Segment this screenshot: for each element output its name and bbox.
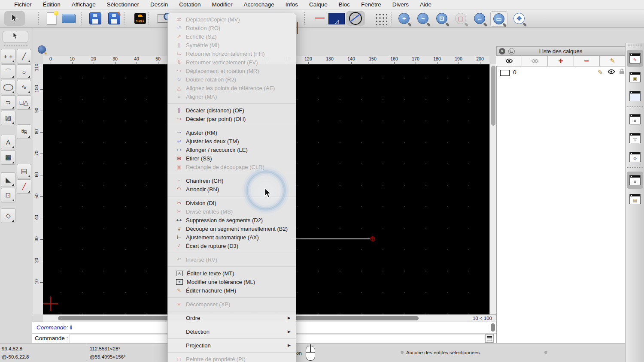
menu-item-etirer-ss[interactable]: ⊞Etirer (SS) [168, 154, 296, 163]
flip-vertical-icon: ⇅ [175, 59, 183, 65]
arc-tools-button[interactable]: ⌒ [1, 64, 15, 79]
solid-tools-button[interactable]: ◇ [1, 208, 15, 223]
spline-tools-button[interactable]: ∿ [17, 80, 31, 94]
open-file-button[interactable] [60, 11, 77, 26]
panel-title-bar[interactable]: × Liste des calques [496, 46, 625, 56]
menu-item-ordre[interactable]: Ordre▶ [168, 314, 296, 322]
command-line-panel-button[interactable]: ≡ [627, 172, 643, 189]
window-zoom-button[interactable]: ▭ [490, 11, 507, 27]
misc-draw-tools-button[interactable]: ◣ [1, 172, 15, 187]
line-tools-button[interactable]: ╱ [17, 49, 31, 63]
circle-line-tool-button[interactable] [346, 11, 365, 26]
menu-item-ajuster-rm[interactable]: ⇀Ajuster (RM) [168, 128, 296, 137]
select-arrow-button[interactable] [4, 11, 25, 26]
view-list-panel-button[interactable]: ≡ [627, 111, 643, 128]
menubar-item-dessin[interactable]: Dessin [145, 0, 173, 9]
status-dot-icon [401, 351, 404, 354]
auto-zoom-button[interactable]: ⊡ [434, 11, 450, 26]
dimension-tools-button[interactable]: ↹ [17, 124, 31, 139]
menu-item-allonger-raccourcir-le[interactable]: ↦Allonger / raccourcir (LE) [168, 145, 296, 154]
menubar-item-fenetre[interactable]: Fenêtre [355, 0, 387, 9]
menu-separator [168, 352, 296, 353]
menu-item-projection[interactable]: Projection▶ [168, 341, 296, 350]
command-history-value: li [68, 324, 73, 331]
menubar-item-divers[interactable]: Divers [387, 0, 414, 9]
block-list-panel-button[interactable]: ▣ [627, 69, 643, 86]
edit-layer-button[interactable]: ✎ [600, 56, 625, 66]
edit-layer-icon[interactable]: ✎ [598, 69, 603, 76]
layer-row[interactable]: 0 ✎ [497, 67, 626, 78]
menu-item-decaler-par-point-oh[interactable]: ⇝Décaler (par point) (OH) [168, 115, 296, 123]
svg-export-button[interactable]: SVG [131, 11, 149, 26]
save-as-button[interactable]: ✎ [106, 11, 123, 26]
menubar-item-aide[interactable]: Aide [414, 0, 437, 9]
circle-tools-button[interactable]: ○ [17, 64, 31, 79]
new-file-button[interactable] [43, 11, 60, 26]
drag-handle[interactable] [628, 45, 642, 47]
menu-item-label: Décaler (distance) (OF) [186, 107, 244, 114]
circle-tools-icon: ○ [22, 68, 26, 75]
canvas-vertical-scrollbar[interactable] [489, 64, 496, 314]
menubar-item-selectionner[interactable]: Sélectionner [101, 0, 145, 9]
clipboard-panel-button[interactable]: ▤ [627, 190, 643, 208]
layer-list-panel: × Liste des calques +−✎ 0 ✎ [496, 43, 625, 343]
zoom-out-button[interactable]: − [415, 11, 431, 26]
menu-item-modifier-une-tolerance-ml[interactable]: ±Modifier une tolérance (ML) [168, 278, 296, 286]
menubar-item-cotation[interactable]: Cotation [173, 0, 206, 9]
polygon-tools-button[interactable]: □△ [17, 95, 31, 110]
library-browser-panel-button[interactable] [627, 87, 643, 105]
polyline-tools-button[interactable]: ⊃ [1, 95, 15, 110]
drag-handle[interactable] [4, 45, 28, 48]
menu-item-ajustement-automatique-ax[interactable]: ⊢Ajustement automatique (AX) [168, 233, 296, 241]
menubar-item-edition[interactable]: Édition [37, 0, 66, 9]
folder-icon [62, 14, 76, 23]
menubar-item-fichier[interactable]: Fichier [9, 0, 37, 9]
camera-view-panel-button[interactable]: ⊙ [627, 148, 643, 166]
hatch-tools-button[interactable]: ▨ [1, 111, 15, 125]
image-tools-button[interactable]: ▦ [1, 150, 15, 165]
h-ruler-label: 30 [112, 56, 118, 61]
text-tools-button[interactable]: A [1, 135, 15, 149]
hide-all-layers-button[interactable] [522, 56, 548, 66]
menubar-item-calque[interactable]: Calque [304, 0, 333, 9]
zoom-in-button[interactable]: + [396, 11, 412, 26]
statusbar-divider [87, 345, 87, 361]
previous-view-button[interactable]: ← [471, 11, 488, 26]
add-layer-button[interactable]: + [548, 56, 574, 66]
menubar-item-affichage[interactable]: Affichage [66, 0, 101, 9]
menubar-item-modifier[interactable]: Modifier [206, 0, 238, 9]
menu-item-suppression-de-segments-d2[interactable]: ++Suppression de segments (D2) [168, 216, 296, 224]
menu-item-rectangle-de-decoupage-clr: ▣Rectangle de découpage (CLR) [168, 163, 296, 171]
h-ruler-label: 130 [326, 56, 334, 61]
history-scrollbar[interactable] [491, 323, 495, 332]
remove-layer-button[interactable]: − [574, 56, 600, 66]
menubar-item-bloc[interactable]: Bloc [333, 0, 355, 9]
menu-item-ecart-de-rupture-d3[interactable]: ∕Écart de rupture (D3) [168, 241, 296, 250]
show-all-layers-button[interactable] [496, 56, 522, 66]
detach-command-window-button[interactable] [485, 334, 494, 343]
shape-boolean-tools-button[interactable]: ⊡ [1, 188, 15, 202]
layer-visibility-icon[interactable] [608, 69, 615, 74]
menubar-item-accrochage[interactable]: Accrochage [238, 0, 279, 9]
menu-item-editer-le-texte-mt[interactable]: AÉditer le texte (MT) [168, 269, 296, 278]
info-ruler-button[interactable]: ▤ [17, 164, 31, 178]
menu-item-decoupe-un-segment-manuellement-b2[interactable]: ‡Découpe un segment manuellement (B2) [168, 224, 296, 233]
pan-button[interactable]: ✥ [511, 11, 527, 26]
grid-toggle-button[interactable] [371, 11, 390, 26]
menu-item-detection[interactable]: Détection▶ [168, 327, 296, 336]
property-editor-panel-button[interactable]: ✎ [627, 50, 643, 67]
ellipse-tools-button[interactable]: ◯ [1, 80, 15, 94]
modify-tools-button[interactable]: ╱ [17, 179, 31, 194]
pencil-tool-button[interactable] [307, 11, 325, 26]
tool-matrix-back-button[interactable] [3, 31, 28, 43]
save-button[interactable] [87, 11, 104, 26]
point-tools-button[interactable]: + + [1, 49, 15, 63]
selection-filter-panel-button[interactable]: ▽ [627, 130, 643, 147]
menubar-item-infos[interactable]: Infos [280, 0, 304, 9]
lock-icon[interactable] [620, 71, 624, 74]
distance-tool-button[interactable]: ◿ [327, 11, 346, 26]
menu-item-editer-hachure-mh[interactable]: ✎Éditer hachure (MH) [168, 286, 296, 295]
menu-item-decaler-distance-of[interactable]: ∥Décaler (distance) (OF) [168, 106, 296, 115]
menu-item-ajuster-les-deux-tm[interactable]: ⇌Ajuster les deux (TM) [168, 137, 296, 145]
layer-color-swatch[interactable] [500, 70, 510, 76]
